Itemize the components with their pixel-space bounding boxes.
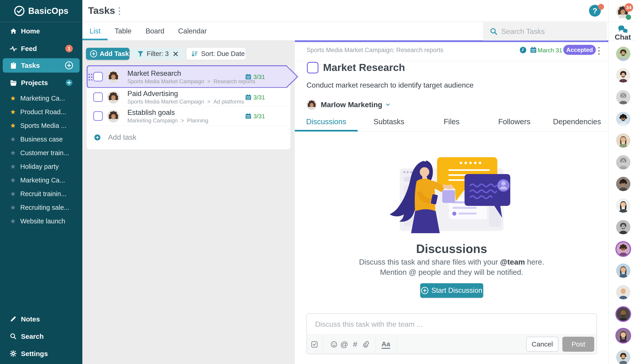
star-icon[interactable] xyxy=(10,136,16,142)
chat-contact-avatar[interactable] xyxy=(616,68,630,82)
chat-contact-avatar[interactable] xyxy=(616,242,630,256)
empty-state-text: Discuss this task and share files with y… xyxy=(295,257,608,277)
star-icon[interactable] xyxy=(10,96,16,101)
sidebar-item-tasks[interactable]: Tasks xyxy=(0,58,82,72)
tab-files[interactable]: Files xyxy=(420,111,483,132)
sidebar-item-settings[interactable]: Settings xyxy=(0,347,82,361)
sidebar-item-projects[interactable]: Projects xyxy=(0,76,82,90)
post-button[interactable]: Post xyxy=(562,337,594,352)
task-row[interactable]: Establish goals Marketing Campaign > Pla… xyxy=(87,107,290,125)
sidebar-item-home[interactable]: Home xyxy=(0,24,82,38)
star-icon[interactable] xyxy=(10,109,16,115)
sidebar-project-item[interactable]: Sports Media ... xyxy=(0,119,82,132)
filter-chip[interactable]: Filter: 3 xyxy=(132,48,183,60)
mention-icon[interactable]: @ xyxy=(338,335,350,354)
star-icon[interactable] xyxy=(10,150,16,156)
clear-filter-icon[interactable] xyxy=(173,51,178,57)
status-badge[interactable]: Accepted xyxy=(563,45,596,55)
star-icon[interactable] xyxy=(10,123,16,128)
star-icon[interactable] xyxy=(10,164,16,169)
detail-due-date[interactable]: March 31 xyxy=(538,47,562,54)
chat-contact-avatar[interactable] xyxy=(616,90,630,104)
sidebar-item-label: Tasks xyxy=(21,62,40,70)
sidebar-project-item[interactable]: Website launch xyxy=(0,214,82,228)
task-checkbox[interactable] xyxy=(93,92,103,102)
sort-chip[interactable]: Sort: Due Date xyxy=(186,48,246,60)
sidebar-project-item[interactable]: Marketing Ca... xyxy=(0,173,82,187)
help-notification-dot xyxy=(598,4,604,10)
basicops-app: BasicOps Home Feed 1 Tasks xyxy=(0,0,637,364)
sidebar-item-notes[interactable]: Notes xyxy=(0,312,82,326)
detail-menu-dots-icon[interactable] xyxy=(598,46,600,56)
star-icon[interactable] xyxy=(10,191,16,196)
tab-discussions[interactable]: Discussions xyxy=(295,111,358,132)
user-online-dot xyxy=(626,14,631,20)
chat-header[interactable]: Chat xyxy=(608,22,637,40)
task-title: Establish goals xyxy=(128,108,175,117)
add-task-plus-icon[interactable] xyxy=(65,62,73,70)
chat-contact-avatar[interactable] xyxy=(616,285,630,300)
task-checkbox[interactable] xyxy=(93,72,103,82)
project-name: Website launch xyxy=(20,218,65,225)
tab-list[interactable]: List xyxy=(82,22,108,40)
search-tasks-input[interactable]: Search Tasks xyxy=(483,22,607,40)
help-button[interactable]: ? xyxy=(589,5,601,16)
checklist-icon[interactable] xyxy=(309,335,320,354)
sidebar-item-feed[interactable]: Feed 1 xyxy=(0,42,82,56)
text-format-icon[interactable]: Aa xyxy=(380,335,392,354)
composer-toolbar: @ # Aa Cancel Post xyxy=(307,334,596,354)
tab-subtasks[interactable]: Subtasks xyxy=(358,111,420,132)
sidebar-project-item[interactable]: Product Road... xyxy=(0,105,82,119)
chat-contact-avatar[interactable] xyxy=(616,307,630,321)
drag-handle-icon[interactable] xyxy=(88,74,92,80)
clock-icon[interactable] xyxy=(520,47,526,54)
sidebar-project-item[interactable]: Marketing Ca... xyxy=(0,92,82,105)
search-icon xyxy=(10,333,17,340)
sidebar-item-label: Search xyxy=(21,332,44,340)
task-title: Market Research xyxy=(128,70,181,78)
star-icon[interactable] xyxy=(10,205,16,210)
chat-contact-avatar[interactable] xyxy=(616,328,630,343)
cancel-button[interactable]: Cancel xyxy=(526,337,558,352)
attachment-icon[interactable] xyxy=(360,335,372,354)
chat-contact-avatar[interactable] xyxy=(616,133,630,148)
sidebar-project-item[interactable]: Recruiting sale... xyxy=(0,201,82,214)
star-icon[interactable] xyxy=(10,178,16,183)
page-menu-dots-icon[interactable] xyxy=(118,6,120,16)
add-project-plus-icon[interactable] xyxy=(66,79,72,86)
chat-contact-avatar[interactable] xyxy=(616,177,630,191)
tab-table[interactable]: Table xyxy=(106,22,140,40)
tab-calendar[interactable]: Calendar xyxy=(176,22,208,40)
start-discussion-button[interactable]: Start Discussion xyxy=(420,283,483,298)
tab-followers[interactable]: Followers xyxy=(483,111,546,132)
add-task-button[interactable]: Add Task xyxy=(86,48,130,60)
task-row[interactable]: Market Research Sports Media Market Camp… xyxy=(87,66,290,88)
emoji-icon[interactable] xyxy=(328,335,340,354)
calendar-icon[interactable] xyxy=(530,47,537,53)
chat-contact-avatar[interactable] xyxy=(616,112,630,126)
assignee-selector[interactable]: Marlow Marketing xyxy=(306,100,390,110)
hashtag-icon[interactable]: # xyxy=(350,335,361,354)
star-icon[interactable] xyxy=(10,218,16,224)
chat-contact-avatar[interactable] xyxy=(616,350,630,364)
sidebar-project-item[interactable]: Business case xyxy=(0,132,82,146)
chat-contact-avatar[interactable] xyxy=(616,264,630,278)
assignee-name: Marlow Marketing xyxy=(321,100,382,109)
sidebar-project-item[interactable]: Recruit trainin... xyxy=(0,187,82,201)
chat-contact-avatar[interactable] xyxy=(616,47,630,61)
sidebar-project-item[interactable]: Customer train... xyxy=(0,146,82,160)
user-avatar[interactable]: 34 xyxy=(616,5,630,19)
sidebar-project-item[interactable]: Holiday party xyxy=(0,160,82,173)
sidebar-item-search[interactable]: Search xyxy=(0,330,82,344)
add-task-row[interactable]: Add task xyxy=(87,125,290,149)
chat-contact-avatar[interactable] xyxy=(616,198,630,213)
chat-contact-avatar[interactable] xyxy=(616,220,630,234)
tab-dependencies[interactable]: Dependencies xyxy=(546,111,608,132)
composer-input[interactable]: Discuss this task with the team ... xyxy=(307,314,596,334)
tab-board[interactable]: Board xyxy=(138,22,172,40)
chat-contact-avatar[interactable] xyxy=(616,155,630,170)
task-row[interactable]: Paid Advertising Sports Media Market Cam… xyxy=(87,88,290,106)
brand-logo[interactable]: BasicOps xyxy=(0,0,82,22)
detail-task-checkbox[interactable] xyxy=(307,62,318,74)
task-checkbox[interactable] xyxy=(93,111,103,121)
